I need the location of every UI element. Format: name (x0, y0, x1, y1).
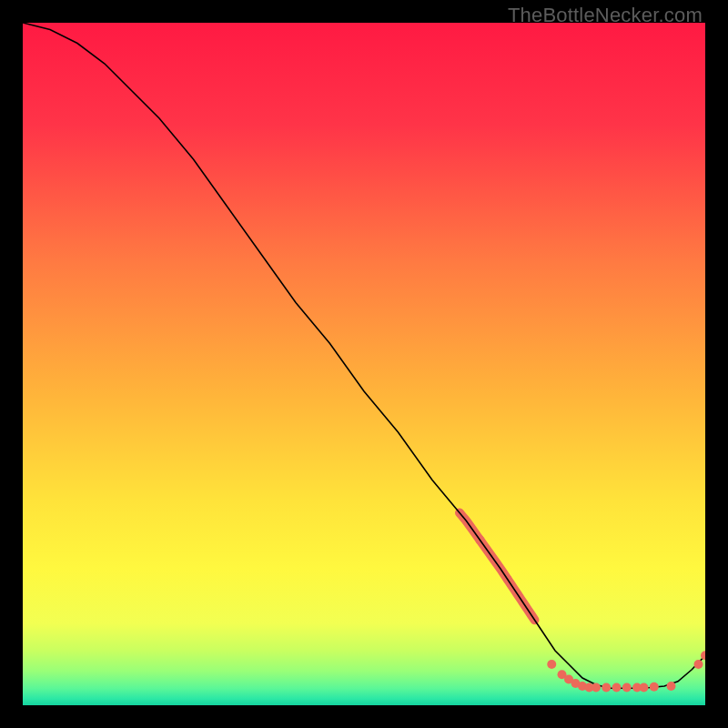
data-point (650, 682, 659, 692)
gradient-background (23, 23, 705, 705)
data-point (622, 683, 632, 693)
data-point (592, 683, 601, 693)
bottleneck-chart (23, 23, 705, 705)
data-point (694, 660, 703, 669)
data-point (612, 683, 622, 693)
data-point (602, 683, 611, 693)
data-point (667, 682, 676, 691)
data-point (547, 660, 556, 669)
chart-stage: TheBottleNecker.com (0, 0, 728, 728)
watermark-text: TheBottleNecker.com (508, 4, 703, 27)
plot-area (23, 23, 705, 705)
data-point (640, 683, 649, 693)
